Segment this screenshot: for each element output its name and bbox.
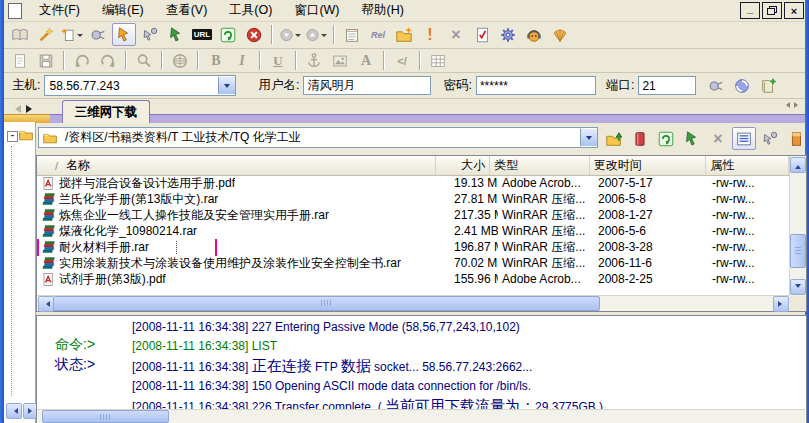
- column-header-modified[interactable]: 更改时间: [590, 156, 707, 175]
- menu-item-view[interactable]: 查看(V): [155, 1, 219, 20]
- log-horizontal-scrollbar[interactable]: [38, 409, 805, 423]
- disconnect-pointer-icon[interactable]: [138, 23, 162, 46]
- add-bookmark-icon[interactable]: [756, 74, 780, 97]
- html-tag-icon[interactable]: </: [390, 49, 414, 72]
- cancel-icon-glyph: ×: [713, 130, 722, 148]
- underline-icon[interactable]: U: [266, 49, 290, 72]
- new-document-icon-dropdown[interactable]: [77, 34, 83, 40]
- settings-gear-icon[interactable]: [496, 23, 520, 46]
- horizontal-scrollbar[interactable]: [37, 295, 790, 311]
- host-dropdown-button[interactable]: [218, 77, 235, 94]
- download-icon-glyph: [279, 26, 294, 44]
- column-header-attr[interactable]: 属性: [706, 156, 789, 175]
- folder-up-icon[interactable]: [602, 127, 626, 150]
- menu-item-file[interactable]: 文件(F): [28, 1, 91, 20]
- tree-expander[interactable]: -: [7, 131, 18, 142]
- table-row[interactable]: 试剂手册(第3版).pdf155.96 MBAdobe Acrob...2008…: [37, 271, 789, 287]
- minimize-button[interactable]: _: [740, 2, 760, 19]
- new-document-icon[interactable]: [60, 23, 84, 46]
- cancel-icon[interactable]: ×: [706, 127, 730, 150]
- table-row[interactable]: 搅拌与混合设备设计选用手册.pdf19.13 MBAdobe Acrob...2…: [37, 175, 789, 191]
- refresh-list-icon[interactable]: [654, 127, 678, 150]
- tab-overflow-right-button[interactable]: [793, 99, 802, 110]
- select-pointer-icon[interactable]: [112, 23, 136, 46]
- download-icon-dropdown[interactable]: [295, 34, 301, 40]
- browser-globe-icon[interactable]: [168, 49, 192, 72]
- shell-icon[interactable]: [548, 23, 572, 46]
- list-view-icon[interactable]: [732, 127, 756, 150]
- priority-icon[interactable]: !: [418, 23, 442, 46]
- tab-sanweiwang-download[interactable]: 三维网下载: [62, 100, 150, 123]
- table-row[interactable]: 耐火材料手册.rar196.87 MBWinRAR 压缩...2008-3-28…: [37, 239, 789, 255]
- path-combobox[interactable]: /资料区/书籍类资料/T 工业技术/TQ 化学工业: [38, 127, 596, 148]
- bold-icon[interactable]: B: [204, 49, 228, 72]
- menu-item-edit[interactable]: 编辑(E): [91, 1, 155, 20]
- upload-icon-dropdown[interactable]: [321, 34, 327, 40]
- column-header-size[interactable]: 大小: [436, 156, 490, 175]
- italic-icon[interactable]: I: [230, 49, 254, 72]
- queue-pane-icon[interactable]: [784, 127, 805, 150]
- port-input[interactable]: [638, 76, 696, 95]
- verify-document-icon[interactable]: [470, 23, 494, 46]
- delete-icon[interactable]: ×: [444, 23, 468, 46]
- rename-icon[interactable]: Rel: [366, 23, 390, 46]
- restore-button[interactable]: [762, 2, 782, 19]
- quick-connect-icon[interactable]: [86, 23, 110, 46]
- table-row[interactable]: 煤液化化学_10980214.rar2.41 MBWinRAR 压缩...200…: [37, 223, 789, 239]
- host-combobox[interactable]: 58.56.77.243: [44, 75, 236, 96]
- insert-image-icon[interactable]: [328, 49, 352, 72]
- column-header-type[interactable]: 类型: [490, 156, 590, 175]
- new-file-icon[interactable]: [8, 49, 32, 72]
- path-dropdown-button[interactable]: [580, 129, 597, 146]
- connect-plug-icon[interactable]: [704, 74, 728, 97]
- menu-item-help[interactable]: 帮助(H): [351, 1, 415, 20]
- download-icon[interactable]: [278, 23, 302, 46]
- column-label: 属性: [710, 157, 734, 174]
- table-row[interactable]: 实用涂装新技术与涂装设备使用维护及涂装作业安全控制全书.rar70.02 MBW…: [37, 255, 789, 271]
- password-input[interactable]: [476, 76, 596, 95]
- refresh-icon[interactable]: [216, 23, 240, 46]
- priority-icon-glyph: !: [427, 26, 432, 44]
- go-pointer-icon[interactable]: [164, 23, 188, 46]
- vertical-scrollbar[interactable]: [789, 156, 806, 296]
- scroll-left-button[interactable]: [38, 296, 54, 312]
- edit-file-icon[interactable]: [340, 23, 364, 46]
- insert-table-icon[interactable]: [426, 49, 450, 72]
- close-button[interactable]: ×: [784, 2, 804, 19]
- menu-item-tools[interactable]: 工具(O): [218, 1, 283, 20]
- bookmarks-book-icon[interactable]: [628, 127, 652, 150]
- table-row[interactable]: 兰氏化学手册(第13版中文).rar27.81 MBWinRAR 压缩...20…: [37, 191, 789, 207]
- table-row[interactable]: 炼焦企业一线工人操作技能及安全管理实用手册.rar217.35 MBWinRAR…: [37, 207, 789, 223]
- undo-icon[interactable]: [70, 49, 94, 72]
- reconnect-swirl-icon-glyph: [733, 77, 751, 95]
- font-icon[interactable]: A: [354, 49, 378, 72]
- column-header-name[interactable]: /名称: [37, 156, 436, 175]
- find-icon[interactable]: [132, 49, 156, 72]
- anchor-icon[interactable]: [302, 49, 326, 72]
- new-folder-icon[interactable]: [392, 23, 416, 46]
- upload-icon[interactable]: [304, 23, 328, 46]
- url-icon[interactable]: URL: [190, 23, 214, 46]
- scroll-up-button[interactable]: [790, 157, 806, 173]
- tree-scroll-left-button[interactable]: [6, 403, 22, 419]
- monkey-headset-icon[interactable]: [522, 23, 546, 46]
- connection-wizard-icon[interactable]: [34, 23, 58, 46]
- scroll-right-button[interactable]: [773, 296, 789, 312]
- connection-pointer-icon[interactable]: [758, 127, 782, 150]
- horizontal-scroll-thumb[interactable]: [53, 296, 600, 311]
- tab-overflow-left-button[interactable]: [782, 99, 791, 110]
- file-type-cell: WinRAR 压缩...: [498, 255, 594, 272]
- tree-root-folder-icon[interactable]: [18, 127, 34, 143]
- reconnect-swirl-icon[interactable]: [730, 74, 754, 97]
- scroll-down-button[interactable]: [790, 279, 806, 295]
- save-icon[interactable]: [34, 49, 58, 72]
- stop-icon[interactable]: [242, 23, 266, 46]
- menu-item-window[interactable]: 窗口(W): [283, 1, 350, 20]
- vertical-scroll-thumb[interactable]: [790, 234, 806, 268]
- username-input[interactable]: [303, 76, 431, 95]
- site-manager-icon[interactable]: [8, 23, 32, 46]
- log-scroll-thumb[interactable]: [42, 410, 169, 423]
- redo-icon[interactable]: [96, 49, 120, 72]
- file-modified-cell: 2006-11-6: [594, 256, 708, 270]
- go-pointer-icon[interactable]: [680, 127, 704, 150]
